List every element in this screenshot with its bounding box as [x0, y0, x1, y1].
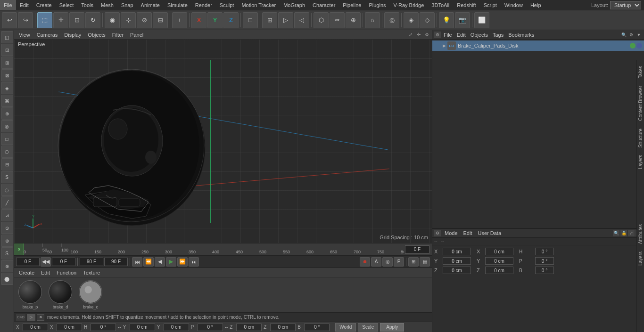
attr-menu-edit[interactable]: Edit [462, 230, 474, 236]
material-item-3[interactable]: brake_c [76, 280, 105, 309]
lp-btn-14[interactable]: ╱ [1, 196, 13, 209]
pb-step-next-btn[interactable]: ⏩ [177, 257, 188, 267]
pb-film-btn[interactable]: ▤ [420, 257, 430, 267]
ct-z-size-input[interactable] [485, 267, 513, 274]
attr-search-icon[interactable]: 🔍 [613, 230, 619, 236]
obj-menu-bookmarks[interactable]: Bookmarks [506, 32, 536, 38]
rotate-tool-button[interactable]: ↻ [85, 12, 100, 28]
menu-sculpt[interactable]: Sculpt [216, 0, 238, 10]
menu-motion-tracker[interactable]: Motion Tracker [238, 0, 280, 10]
current-frame-input[interactable] [405, 245, 429, 254]
menu-mesh[interactable]: Mesh [97, 0, 117, 10]
attr-lock-icon[interactable]: 🔒 [620, 230, 627, 236]
render-button[interactable]: ◁ [294, 12, 309, 28]
vtab-attributes[interactable]: Attributes [637, 220, 644, 248]
z-axis-button[interactable]: Z [223, 12, 239, 28]
pb-play-back-btn[interactable]: ◀ [155, 257, 165, 267]
lp-btn-19[interactable]: ⊛ [1, 260, 13, 272]
material-item-1[interactable]: brake_p [16, 280, 44, 309]
viewport[interactable]: View Cameras Display Objects Filter Pane… [14, 30, 432, 243]
obj-menu-tags[interactable]: Tags [491, 32, 505, 38]
obj-dot-blue[interactable] [636, 43, 642, 49]
mat-menu-texture[interactable]: Texture [80, 270, 103, 275]
lp-btn-16[interactable]: ⊙ [1, 222, 13, 234]
menu-plugins[interactable]: Plugins [365, 0, 389, 10]
move-tool-button[interactable]: ✛ [53, 12, 68, 28]
vp-icon-settings[interactable]: ⚙ [423, 32, 430, 38]
menu-3dtoall[interactable]: 3DToAll [428, 0, 453, 10]
menu-character[interactable]: Character [309, 0, 339, 10]
pb-goto-start-btn[interactable]: ⏮ [132, 257, 142, 267]
menu-help[interactable]: Help [527, 0, 545, 10]
playback-max-input[interactable] [104, 258, 128, 266]
vp-menu-cameras[interactable]: Cameras [34, 32, 61, 38]
object-space-button[interactable]: □ [243, 12, 258, 28]
lp-btn-6[interactable]: ⌘ [1, 95, 13, 107]
menu-animate[interactable]: Animate [137, 0, 164, 10]
attr-menu-userdata[interactable]: User Data [476, 230, 504, 236]
ct-p-rot-input[interactable] [535, 257, 554, 265]
undo-button[interactable]: ↩ [2, 12, 17, 28]
lp-btn-8[interactable]: ◎ [1, 120, 13, 132]
vp-icon-move[interactable]: ✛ [415, 32, 422, 38]
select-tool-button[interactable]: ⬚ [37, 12, 52, 28]
menu-mograph[interactable]: MoGraph [280, 0, 309, 10]
lp-btn-10[interactable]: ⬡ [1, 146, 13, 158]
coord-input-z2[interactable] [270, 324, 296, 331]
pb-goto-end-btn[interactable]: ⏭ [189, 257, 199, 267]
lp-btn-15[interactable]: ⊿ [1, 209, 13, 221]
apply-button[interactable]: Apply [380, 323, 404, 332]
world-button[interactable]: World [335, 323, 356, 332]
render-view-button[interactable]: ▷ [278, 12, 293, 28]
menu-render[interactable]: Render [191, 0, 216, 10]
playback-start-input[interactable] [16, 258, 40, 266]
lp-btn-9[interactable]: □ [1, 133, 13, 145]
polys-mode-button[interactable]: ⊟ [153, 12, 168, 28]
obj-dot-green[interactable] [630, 43, 636, 49]
ct-x-pos-input[interactable] [443, 248, 471, 255]
redo-button[interactable]: ↪ [18, 12, 33, 28]
menu-file[interactable]: File [0, 0, 16, 10]
playback-end-input[interactable] [80, 258, 103, 266]
lp-btn-3[interactable]: ⊞ [1, 57, 13, 69]
vtab-content-browser[interactable]: Content Browser [637, 82, 644, 124]
timeline-current-frame[interactable] [404, 245, 432, 254]
ct-b-rot-input[interactable] [535, 267, 554, 274]
ct-z-pos-input[interactable] [443, 267, 471, 274]
vp-icon-expand[interactable]: ⤢ [407, 32, 414, 38]
lp-btn-5[interactable]: ◈ [1, 82, 13, 94]
vp-menu-objects[interactable]: Objects [85, 32, 108, 38]
edges-mode-button[interactable]: ⊘ [137, 12, 152, 28]
ct-y-size-input[interactable] [485, 257, 513, 265]
obj-expand-arrow[interactable]: ▶ [441, 43, 447, 48]
ct-y-pos-input[interactable] [443, 257, 471, 265]
ct-x-size-input[interactable] [485, 248, 513, 255]
vp-menu-panel[interactable]: Panel [127, 32, 146, 38]
vtab-layers-2[interactable]: Layers [637, 248, 644, 269]
generator-button[interactable]: ◇ [420, 12, 435, 28]
lp-btn-1[interactable]: ◱ [1, 31, 13, 43]
attr-expand-icon[interactable]: ⤢ [628, 230, 635, 236]
y-axis-button[interactable]: Y [207, 12, 223, 28]
obj-filter-icon[interactable]: ⚙ [628, 32, 635, 38]
menu-create[interactable]: Create [33, 0, 56, 10]
scale-button[interactable]: Scale [358, 323, 378, 332]
scale-tool-button[interactable]: ⊡ [69, 12, 84, 28]
coord-input-x2[interactable] [57, 324, 82, 331]
deform-button[interactable]: ⌂ [365, 12, 380, 28]
mat-menu-create[interactable]: Create [16, 270, 37, 275]
light-button[interactable]: 💡 [439, 12, 454, 28]
obj-row-brake-caliper[interactable]: ▶ LO Brake_Caliper_Pads_Disk [432, 40, 644, 51]
lp-btn-13[interactable]: ◌ [1, 184, 13, 196]
vp-menu-filter[interactable]: Filter [109, 32, 126, 38]
sb-icon-stop[interactable]: ✕ [37, 314, 44, 321]
obj-menu-file[interactable]: File [442, 32, 454, 38]
menu-pipeline[interactable]: Pipeline [339, 0, 365, 10]
menu-select[interactable]: Select [56, 0, 78, 10]
pb-record-btn[interactable]: ⏺ [360, 257, 370, 267]
layout-dropdown[interactable]: Startup [610, 1, 641, 9]
lp-btn-2[interactable]: ⊡ [1, 44, 13, 56]
coord-input-x[interactable] [23, 324, 48, 331]
lp-btn-11[interactable]: ⊟ [1, 158, 13, 170]
vtab-structure[interactable]: Structure [637, 125, 644, 152]
